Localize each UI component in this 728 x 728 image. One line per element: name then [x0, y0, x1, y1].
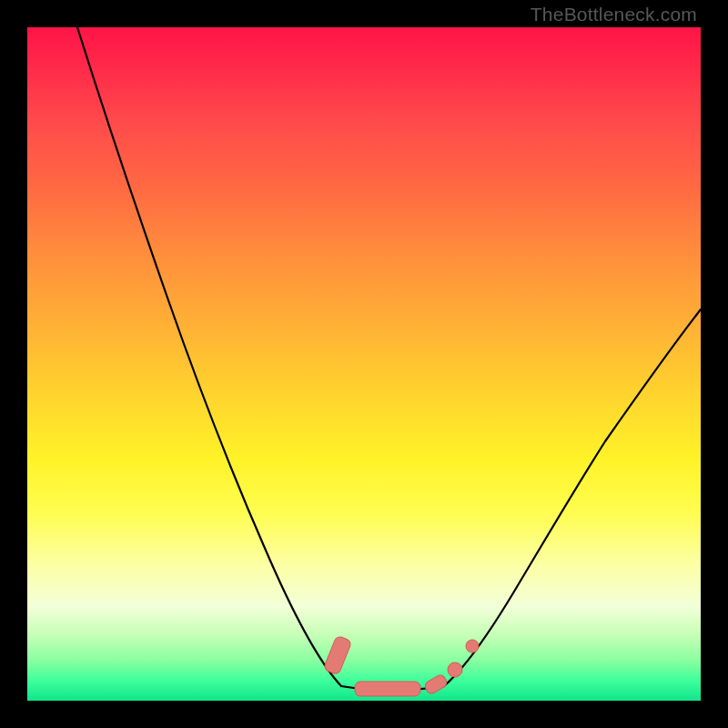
watermark-text: TheBottleneck.com	[531, 4, 697, 25]
plot-area	[27, 27, 701, 701]
chart-frame: TheBottleneck.com	[0, 0, 728, 728]
left-curve	[77, 27, 341, 686]
curve-svg	[27, 27, 701, 701]
marker-capsule-right	[423, 673, 449, 695]
marker-dot-1	[448, 662, 462, 677]
marker-capsule-floor	[355, 682, 420, 696]
marker-dot-2	[466, 640, 479, 652]
marker-capsule-left	[323, 635, 352, 675]
right-curve	[444, 309, 701, 686]
